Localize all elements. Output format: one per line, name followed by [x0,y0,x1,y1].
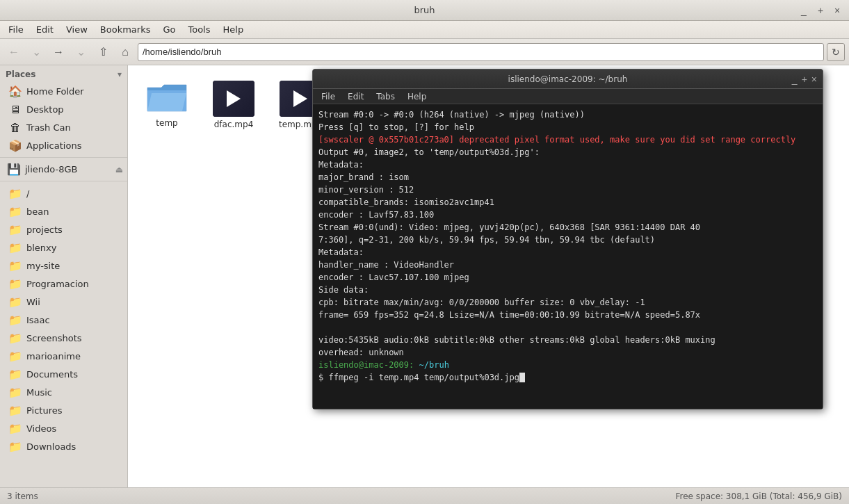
term-line-1: Stream #0:0 -> #0:0 (h264 (native) -> mj… [318,108,817,121]
term-line-15: Side data: [318,284,817,296]
video-icon-dfac [213,81,254,117]
menu-tools[interactable]: Tools [182,23,216,36]
main-layout: Places ▾ 🏠 Home Folder 🖥 Desktop 🗑 Trash… [0,65,849,487]
terminal-minimize-button[interactable]: _ [792,74,798,85]
back-dropdown-button[interactable]: ⌄ [26,42,46,62]
sidebar: Places ▾ 🏠 Home Folder 🖥 Desktop 🗑 Trash… [0,65,128,487]
sidebar-label-trash: Trash Can [26,122,71,133]
sidebar-item-music[interactable]: 📁 Music [1,384,126,401]
term-line-13: handler_name : VideoHandler [318,259,817,271]
terminal-menu-file[interactable]: File [316,90,341,103]
terminal-menu-help[interactable]: Help [402,90,432,103]
maximize-button[interactable]: + [814,4,827,17]
play-icon [227,90,241,107]
trash-icon: 🗑 [8,121,22,134]
sidebar-item-screenshots[interactable]: 📁 Screenshots [1,330,126,347]
term-line-9: encoder : Lavf57.83.100 [318,209,817,221]
sidebar-label-music: Music [26,387,52,398]
play-icon-2 [293,90,307,107]
desktop-icon: 🖥 [8,103,22,116]
bean-folder-icon: 📁 [8,205,22,218]
sidebar-item-documents[interactable]: 📁 Documents [1,366,126,383]
sidebar-item-root[interactable]: 📁 / [1,185,126,202]
mysite-folder-icon: 📁 [8,259,22,273]
menu-help[interactable]: Help [218,23,250,36]
term-line-20: overhead: unknown [318,346,817,359]
back-button[interactable]: ← [4,42,24,62]
eject-button[interactable]: ⏏ [115,165,123,174]
menu-go[interactable]: Go [157,23,181,36]
marioanime-folder-icon: 📁 [8,350,22,363]
sidebar-label-documents: Documents [26,369,78,380]
sidebar-item-videos[interactable]: 📁 Videos [1,420,126,437]
term-line-7: minor_version : 512 [318,184,817,196]
sidebar-drives-section: 💾 jliendo-8GB ⏏ [0,157,127,178]
menu-file[interactable]: File [3,23,29,36]
sidebar-item-my-site[interactable]: 📁 my-site [1,257,126,275]
sidebar-item-marioanime[interactable]: 📁 marioanime [1,348,126,365]
sidebar-item-blenxy[interactable]: 📁 blenxy [1,239,126,257]
term-line-8: compatible_brands: isomiso2avc1mp41 [318,196,817,209]
sidebar-item-bean[interactable]: 📁 bean [1,203,126,220]
sidebar-item-applications[interactable]: 📦 Applications [1,137,126,154]
term-line-prompt: isliendo@imac-2009: ~/bruh [318,359,817,371]
sidebar-label-desktop: Desktop [26,104,64,115]
terminal-titlebar: isliendo@imac-2009: ~/bruh _ + × [313,70,823,89]
sidebar-item-home[interactable]: 🏠 Home Folder [1,83,126,100]
term-line-18 [318,321,817,334]
free-space: Free space: 308,1 GiB (Total: 456,9 GiB) [676,491,842,501]
menu-edit[interactable]: Edit [31,23,59,36]
reload-button[interactable]: ↻ [827,43,845,61]
terminal-body[interactable]: Stream #0:0 -> #0:0 (h264 (native) -> mj… [313,104,823,409]
close-button[interactable]: × [831,4,843,17]
drive-icon: 💾 [7,163,21,176]
menu-view[interactable]: View [60,23,93,36]
terminal-menu-tabs[interactable]: Tabs [371,90,401,103]
sidebar-drive-jliendo[interactable]: 💾 jliendo-8GB ⏏ [0,161,127,178]
sidebar-item-programacion[interactable]: 📁 Programacion [1,275,126,293]
sidebar-item-downloads[interactable]: 📁 Downloads [1,438,126,455]
home-button[interactable]: ⌂ [115,42,135,62]
term-command-text: $ ffmpeg -i temp.mp4 temp/output%03d.jpg [318,373,519,382]
sidebar-label-screenshots: Screenshots [26,333,82,343]
blenxy-folder-icon: 📁 [8,241,22,254]
file-item-dfac[interactable]: dfac.mp4 [206,76,261,135]
terminal-window: isliendo@imac-2009: ~/bruh _ + × File Ed… [312,69,823,409]
term-line-3: [swscaler @ 0x557b01c273a0] deprecated p… [318,133,817,146]
term-line-19: video:5435kB audio:0kB subtitle:0kB othe… [318,334,817,346]
terminal-controls: _ + × [792,74,817,85]
sidebar-label-blenxy: blenxy [26,243,57,253]
minimize-button[interactable]: _ [798,4,810,17]
term-line-11: 7:360], q=2-31, 200 kb/s, 59.94 fps, 59.… [318,234,817,246]
forward-button[interactable]: → [49,42,68,62]
sidebar-label-mysite: my-site [26,261,60,271]
menu-bookmarks[interactable]: Bookmarks [95,23,156,36]
items-count: 3 items [7,491,38,501]
docs-folder-icon: 📁 [8,368,22,381]
term-line-6: major_brand : isom [318,171,817,184]
sidebar-label-pictures: Pictures [26,405,62,416]
window-controls: _ + × [798,4,843,17]
toolbar: ← ⌄ → ⌄ ⇧ ⌂ ↻ [0,39,849,65]
sidebar-item-desktop[interactable]: 🖥 Desktop [1,101,126,118]
sidebar-label-root: / [26,188,29,199]
term-line-12: Metadata: [318,246,817,259]
wii-folder-icon: 📁 [8,295,22,309]
terminal-close-button[interactable]: × [811,74,817,85]
terminal-menu-edit[interactable]: Edit [342,90,369,103]
sidebar-label-isaac: Isaac [26,315,50,325]
sidebar-item-projects[interactable]: 📁 projects [1,221,126,238]
sidebar-item-trash[interactable]: 🗑 Trash Can [1,119,126,136]
sidebar-drive-label: jliendo-8GB [25,164,77,174]
up-button[interactable]: ⇧ [93,42,113,62]
sidebar-item-wii[interactable]: 📁 Wii [1,293,126,311]
sidebar-toggle[interactable]: ▾ [118,70,122,79]
forward-dropdown-button[interactable]: ⌄ [71,42,90,62]
terminal-maximize-button[interactable]: + [802,74,807,85]
sidebar-item-isaac[interactable]: 📁 Isaac [1,311,126,329]
sidebar-label-wii: Wii [26,297,40,307]
sidebar-item-pictures[interactable]: 📁 Pictures [1,402,126,419]
address-bar[interactable] [138,43,824,61]
terminal-cursor [519,373,525,382]
file-item-temp[interactable]: temp [139,76,195,135]
